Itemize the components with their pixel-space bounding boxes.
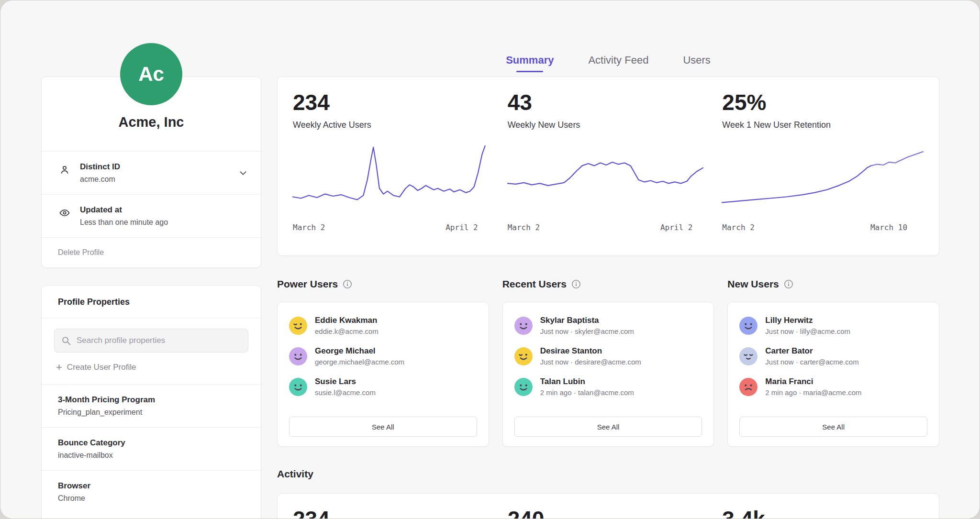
property-row-browser[interactable]: Browser Chrome bbox=[42, 470, 261, 513]
field-value: Less than one minute ago bbox=[80, 218, 248, 227]
user-name: Desirae Stanton bbox=[540, 346, 641, 356]
list-item[interactable]: Eddie Kwakman eddie.k@acme.com bbox=[289, 316, 477, 335]
activity-stat: 240 bbox=[508, 508, 709, 519]
power-users-section: Power Users Eddie Kwakman eddie.k@acme.c… bbox=[277, 277, 489, 447]
user-meta: susie.l@acme.com bbox=[315, 388, 376, 397]
list-item[interactable]: George Michael george.michael@acme.com bbox=[289, 346, 477, 366]
list-title: Recent Users bbox=[502, 278, 567, 290]
company-avatar: Ac bbox=[120, 43, 182, 105]
user-avatar bbox=[739, 347, 757, 365]
search-profile-properties-input[interactable] bbox=[54, 329, 248, 353]
property-value: inactive-mailbox bbox=[58, 451, 245, 460]
property-row-bounce-category[interactable]: Bounce Category inactive-mailbox bbox=[42, 427, 261, 470]
user-meta: eddie.k@acme.com bbox=[315, 327, 379, 335]
axis-end-label: April 2 bbox=[445, 223, 478, 232]
property-value: Pricing_plan_experiment bbox=[58, 408, 245, 417]
user-name: Talan Lubin bbox=[540, 377, 634, 386]
property-label: Bounce Category bbox=[58, 438, 245, 448]
eye-icon bbox=[59, 207, 70, 219]
list-item[interactable]: Susie Lars susie.l@acme.com bbox=[289, 377, 477, 397]
activity-section-title: Activity bbox=[277, 468, 313, 480]
summary-metrics-card: 234 Weekly Active Users March 2 April 2 … bbox=[277, 77, 939, 256]
user-avatar bbox=[514, 378, 533, 396]
field-value: acme.com bbox=[80, 175, 248, 184]
list-title: New Users bbox=[727, 278, 779, 290]
x-axis: March 2 April 2 bbox=[508, 223, 709, 232]
company-name: Acme, Inc bbox=[51, 114, 251, 130]
axis-start-label: March 2 bbox=[508, 223, 540, 232]
field-label: Updated at bbox=[80, 205, 248, 215]
user-avatar bbox=[514, 317, 533, 335]
user-name: Eddie Kwakman bbox=[315, 316, 379, 325]
new-users-section: New Users Lilly Herwitz Just now · lilly… bbox=[727, 277, 939, 447]
property-label: Browser bbox=[58, 481, 245, 491]
axis-start-label: March 2 bbox=[293, 223, 325, 232]
distinct-id-row[interactable]: Distinct ID acme.com bbox=[42, 151, 261, 194]
app-window: Ac Acme, Inc Distinct ID acme.com Upda bbox=[0, 0, 980, 519]
list-item[interactable]: Carter Bator Just now · carter@acme.com bbox=[739, 346, 927, 366]
retention-sparkline bbox=[722, 144, 924, 215]
new-users-card: Lilly Herwitz Just now · lilly@acme.com … bbox=[727, 302, 939, 447]
activity-card: 234 240 3.4k bbox=[277, 493, 939, 519]
see-all-button[interactable]: See All bbox=[739, 417, 927, 437]
plus-icon: + bbox=[56, 362, 62, 373]
divider bbox=[42, 318, 261, 318]
tab-users[interactable]: Users bbox=[683, 54, 710, 72]
metric-label: Week 1 New User Retention bbox=[722, 120, 924, 130]
create-user-profile-button[interactable]: + Create User Profile bbox=[42, 353, 261, 384]
list-header: New Users bbox=[727, 277, 939, 291]
tab-bar: Summary Activity Feed Users bbox=[277, 54, 939, 72]
list-item[interactable]: Maria Franci 2 min ago · maria@acme.com bbox=[739, 377, 927, 397]
profile-sidebar: Ac Acme, Inc Distinct ID acme.com Upda bbox=[41, 43, 261, 519]
user-meta: Just now · skyler@acme.com bbox=[540, 327, 634, 335]
info-icon[interactable] bbox=[343, 279, 352, 289]
tab-summary[interactable]: Summary bbox=[506, 54, 554, 72]
weekly-new-users-sparkline bbox=[508, 144, 709, 215]
user-name: Skylar Baptista bbox=[540, 316, 634, 325]
list-item[interactable]: Skylar Baptista Just now · skyler@acme.c… bbox=[514, 316, 702, 335]
axis-end-label: March 10 bbox=[870, 223, 907, 232]
user-avatar bbox=[514, 347, 533, 365]
list-item[interactable]: Lilly Herwitz Just now · lilly@acme.com bbox=[739, 316, 927, 335]
activity-stat: 3.4k bbox=[722, 508, 924, 519]
axis-start-label: March 2 bbox=[722, 223, 754, 232]
user-avatar bbox=[739, 378, 757, 396]
recent-users-section: Recent Users Skylar Baptista Just now · … bbox=[502, 277, 714, 447]
search-icon bbox=[61, 335, 71, 346]
info-icon[interactable] bbox=[784, 279, 793, 289]
metric-value: 234 bbox=[293, 91, 494, 113]
delete-profile-button[interactable]: Delete Profile bbox=[42, 237, 261, 267]
field-label: Distinct ID bbox=[80, 162, 248, 172]
info-icon[interactable] bbox=[571, 279, 581, 289]
see-all-button[interactable]: See All bbox=[514, 417, 702, 437]
user-meta: Just now · lilly@acme.com bbox=[765, 327, 850, 335]
weekly-active-users-sparkline bbox=[293, 144, 494, 215]
property-row-pricing-program[interactable]: 3-Month Pricing Program Pricing_plan_exp… bbox=[42, 384, 261, 427]
x-axis: March 2 March 10 bbox=[722, 223, 924, 232]
list-item[interactable]: Desirae Stanton Just now · desirare@acme… bbox=[514, 346, 702, 366]
user-meta: 2 min ago · maria@acme.com bbox=[765, 388, 861, 397]
user-avatar bbox=[289, 317, 307, 335]
metric-value: 43 bbox=[508, 91, 709, 113]
x-axis: March 2 April 2 bbox=[293, 223, 494, 232]
user-lists: Power Users Eddie Kwakman eddie.k@acme.c… bbox=[277, 277, 939, 447]
metric-weekly-new-users: 43 Weekly New Users March 2 April 2 bbox=[508, 91, 709, 244]
recent-users-card: Skylar Baptista Just now · skyler@acme.c… bbox=[502, 302, 714, 447]
list-header: Power Users bbox=[277, 277, 489, 291]
user-meta: Just now · carter@acme.com bbox=[765, 358, 858, 366]
metric-label: Weekly New Users bbox=[508, 120, 709, 130]
chevron-down-icon[interactable] bbox=[238, 168, 248, 178]
user-name: Maria Franci bbox=[765, 377, 861, 386]
metric-value: 25% bbox=[722, 91, 924, 113]
power-users-card: Eddie Kwakman eddie.k@acme.com George Mi… bbox=[277, 302, 489, 447]
list-item[interactable]: Talan Lubin 2 min ago · talan@acme.com bbox=[514, 377, 702, 397]
see-all-button[interactable]: See All bbox=[289, 417, 477, 437]
metric-label: Weekly Active Users bbox=[293, 120, 494, 130]
metric-week1-retention: 25% Week 1 New User Retention March 2 Ma… bbox=[722, 91, 924, 244]
user-meta: 2 min ago · talan@acme.com bbox=[540, 388, 634, 397]
activity-stat: 234 bbox=[293, 508, 494, 519]
list-title: Power Users bbox=[277, 278, 338, 290]
user-avatar bbox=[289, 378, 307, 396]
tab-activity-feed[interactable]: Activity Feed bbox=[588, 54, 648, 72]
user-name: Carter Bator bbox=[765, 346, 858, 356]
